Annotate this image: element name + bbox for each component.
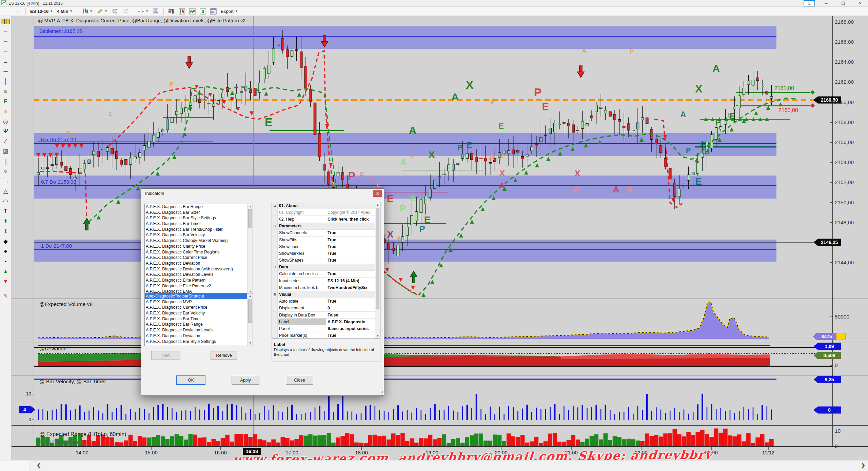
apply-button[interactable]: Apply <box>232 376 259 385</box>
list-item[interactable]: A.P.E.X. Diagnostic Bar Trend/Chop Filte… <box>145 227 253 232</box>
segment-tool[interactable]: •–• <box>1 27 10 36</box>
fib-time-tool[interactable]: ||| <box>1 107 10 116</box>
collapse-icon[interactable]: ⊟ <box>272 264 278 270</box>
list-item[interactable]: A.P.E.X. Diagnostic MVP <box>145 299 253 305</box>
panel-layout-button[interactable] <box>208 7 219 15</box>
vertical-line-tool[interactable]: │ <box>1 77 10 86</box>
property-row[interactable]: ShowLinesTrue <box>272 243 380 250</box>
triangle-down-marker-tool[interactable]: ▼ <box>1 277 10 286</box>
export-button[interactable]: Export ▼ <box>219 8 240 15</box>
list-item[interactable]: ApexDiagnosticToolbarShortcut <box>145 293 253 299</box>
parallel-lines-tool[interactable]: ∥ <box>1 157 10 166</box>
triangle-up-marker-tool[interactable]: ▲ <box>1 267 10 276</box>
gann-fan-tool[interactable]: ∠ <box>1 137 10 146</box>
list-item[interactable]: A.P.E.X. Diagnostic Deviation Levels <box>145 327 253 333</box>
property-row[interactable]: Maximum bars look bTwoHundredFiftySix <box>272 284 380 291</box>
rectangle-tool[interactable]: □ <box>1 177 10 186</box>
arc-tool[interactable]: ◠ <box>1 197 10 206</box>
horizontal-line-tool[interactable]: ─ <box>1 67 10 76</box>
collapse-icon[interactable]: ⊟ <box>272 223 278 229</box>
ok-button[interactable]: OK <box>177 376 205 385</box>
square-marker-tool[interactable]: ▪ <box>1 257 10 266</box>
instrument-selector[interactable]: ES 12-16▼ <box>28 8 55 15</box>
list-item[interactable]: A.P.E.X. Diagnostic Current Price <box>145 255 253 261</box>
list-item[interactable]: A.P.E.X. Diagnostic Deviation Levels <box>145 272 253 278</box>
scroll-up-icon[interactable]: ▲ <box>375 202 380 207</box>
list-item[interactable]: A.P.E.X. Diagnostic Bar Velocity <box>145 232 253 238</box>
configured-indicators-list[interactable]: ApexDiagnosticToolbarShortcutA.P.E.X. Di… <box>144 293 253 346</box>
property-row[interactable]: Display in Data BoxFalse <box>272 312 380 319</box>
dialog-resize-grip[interactable] <box>379 391 383 395</box>
list-scrollbar[interactable]: ▲ ▼ <box>247 293 253 346</box>
property-group-header[interactable]: ⊟ 01. About <box>272 202 380 209</box>
list-item[interactable]: A.P.E.X. Diagnostic Bar Timer <box>145 221 253 227</box>
available-indicators-list[interactable]: A.P.E.X. Diagnostic Bar RangeA.P.E.X. Di… <box>144 204 253 294</box>
pitchfork-tool[interactable]: Ψ <box>1 127 10 136</box>
triangle-tool[interactable]: △ <box>1 187 10 196</box>
property-row[interactable]: LabelA.P.E.X. Diagnostic <box>272 319 380 325</box>
ellipse-tool[interactable]: ○ <box>1 167 10 176</box>
minimize-button[interactable]: – <box>821 1 832 6</box>
list-item[interactable]: A.P.E.X. Diagnostic Clarity Price <box>145 244 253 249</box>
diamond-marker-tool[interactable]: ◆ <box>1 237 10 246</box>
scroll-down-icon[interactable]: ▼ <box>248 341 253 346</box>
interval-selector[interactable]: 4 Min▼ <box>55 8 75 15</box>
remove-button[interactable]: Remove <box>211 351 237 360</box>
property-row[interactable]: ShowShapesTrue <box>272 257 380 264</box>
property-grid[interactable]: ⊟ 01. About01. CopyrightCopyright © 2014… <box>272 202 380 339</box>
close-dialog-button[interactable]: Close <box>286 376 313 385</box>
property-row[interactable]: PanelSame as input series <box>272 325 380 332</box>
list-item[interactable]: A.P.E.X. Diagnostic Bar Range <box>145 204 253 210</box>
property-row[interactable]: Calculate on bar closTrue <box>272 271 380 278</box>
property-row[interactable]: ShowChannelsTrue <box>272 230 380 237</box>
list-item[interactable]: A.P.E.X. Diagnostic Elite Pattern <box>145 278 253 283</box>
fib-extension-tool[interactable]: F <box>1 97 10 106</box>
property-row[interactable]: Displacement0 <box>272 305 380 312</box>
property-row[interactable]: Auto scaleTrue <box>272 298 380 305</box>
fib-retracement-tool[interactable]: ≡ <box>1 87 10 96</box>
list-item[interactable]: A.P.E.X. Diagnostic Bar Range <box>145 322 253 327</box>
toolbar-grip[interactable]: ⋮⋮ <box>15 9 21 14</box>
property-group-header[interactable]: ⊟ Data <box>272 264 380 271</box>
text-tool[interactable]: T <box>1 207 10 216</box>
brush-tool[interactable]: ✎ <box>1 292 10 301</box>
property-row[interactable]: ShowMarkersTrue <box>272 250 380 257</box>
list-item[interactable]: A.P.E.X. Diagnostic Bar Style Settings <box>145 339 253 345</box>
list-item[interactable]: A.P.E.X. Diagnostic Bar Sizer <box>145 210 253 216</box>
list-item[interactable]: A.P.E.X. Diagnostic Elite Pattern v2 <box>145 283 253 289</box>
scroll-left-icon[interactable]: ❮ <box>37 462 41 468</box>
zoom-in-button[interactable] <box>110 7 120 15</box>
collapse-icon[interactable]: ⊟ <box>272 291 278 298</box>
property-row[interactable]: Price marker(s)True <box>272 332 380 339</box>
hatch-channel-tool[interactable]: ▨ <box>1 147 10 156</box>
new-button[interactable]: New <box>151 351 180 360</box>
zoom-out-button[interactable] <box>120 7 131 15</box>
scroll-thumb[interactable] <box>248 299 252 323</box>
property-group-header[interactable]: ⊟ Parameters <box>272 223 380 230</box>
chart-canvas[interactable]: PEPEEPEPEEXAAAPEPPEXAXPEPEAPXAPEAAXXAPAA… <box>0 0 868 471</box>
property-row[interactable]: 02. HelpClick here, then click <box>272 216 380 223</box>
chart-zoom-window-button[interactable] <box>151 7 161 15</box>
dot-marker-tool[interactable]: ● <box>1 247 10 256</box>
property-row[interactable]: Input seriesES 12-16 (4 Min) <box>272 278 380 284</box>
drawing-tools-button[interactable]: ▼ <box>95 7 110 15</box>
list-item[interactable]: A.P.E.X. Diagnostic Color Time Regions <box>145 249 253 255</box>
line-chart-button[interactable] <box>187 7 198 15</box>
ray-tool[interactable]: •–• <box>1 37 10 46</box>
scroll-up-icon[interactable]: ▲ <box>248 293 253 299</box>
cursor-mode-button[interactable]: ▼ <box>136 7 151 15</box>
property-group-header[interactable]: ⊟ Visual <box>272 291 380 298</box>
list-item[interactable]: A.P.E.X. Diagnostic Bar Timer <box>145 316 253 322</box>
list-scrollbar[interactable]: ▲ ▼ <box>247 204 253 294</box>
collapse-icon[interactable]: ⊟ <box>272 202 278 209</box>
market-analyzer-button[interactable] <box>166 7 177 15</box>
list-item[interactable]: A.P.E.X. Diagnostic Deviation <box>145 333 253 339</box>
dialog-close-button[interactable]: x <box>373 190 382 197</box>
property-row[interactable]: ShowFibsTrue <box>272 237 380 243</box>
list-item[interactable]: A.P.E.X. Diagnostic Current Price <box>145 305 253 310</box>
horizontal-scrollbar[interactable]: ❮ ❯ <box>0 460 868 471</box>
scroll-right-icon[interactable]: ❯ <box>861 462 865 468</box>
extended-line-tool[interactable]: •–• <box>1 47 10 56</box>
scroll-up-icon[interactable]: ▲ <box>248 204 253 209</box>
chart-window-button[interactable] <box>177 7 187 15</box>
